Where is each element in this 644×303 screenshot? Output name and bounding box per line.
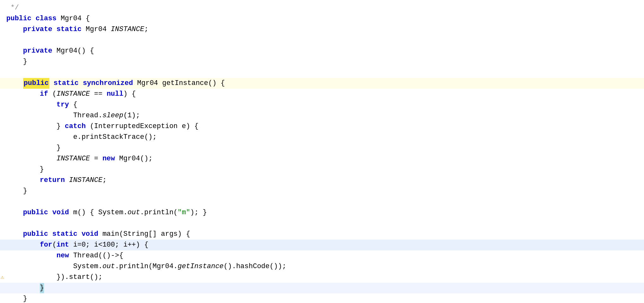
code-text: = — [90, 154, 103, 164]
string-m: "m" — [178, 208, 190, 218]
selection-brace: } — [40, 283, 44, 293]
code-line: Thread. sleep (1); — [0, 110, 644, 121]
code-text: Mgr04() { — [52, 46, 94, 56]
code-line-empty — [0, 218, 644, 229]
code-text — [48, 229, 52, 239]
keyword-catch: catch — [65, 121, 86, 132]
code-text: { — [69, 100, 77, 110]
code-text — [48, 208, 52, 218]
code-line-empty — [0, 67, 644, 78]
code-text — [77, 229, 81, 239]
keyword-void: void — [52, 208, 69, 218]
code-text: ); } — [190, 208, 207, 218]
code-text — [6, 283, 40, 293]
code-text — [52, 24, 56, 35]
code-text: ( — [52, 240, 56, 250]
code-text: } — [6, 121, 65, 132]
code-text: e.printStackTrace(); — [6, 132, 157, 142]
code-text — [6, 208, 23, 218]
code-line-current: } — [0, 283, 644, 293]
code-line: private Mgr04() { — [0, 46, 644, 56]
keyword-for: for — [40, 240, 53, 250]
keyword-static: static — [52, 229, 77, 239]
keyword-public: public — [23, 208, 48, 218]
code-text: == — [90, 89, 107, 99]
keyword-synchronized: synchronized — [83, 78, 133, 88]
keyword-static: static — [56, 24, 81, 35]
code-line: } — [0, 143, 644, 153]
code-text — [6, 175, 40, 185]
keyword-void: void — [82, 229, 98, 239]
code-text: Mgr04 { — [56, 14, 90, 24]
code-line: } — [0, 186, 644, 197]
code-text: }).start(); — [6, 272, 103, 282]
code-line: } — [0, 56, 644, 67]
code-text: (1); — [123, 111, 140, 121]
code-text: } — [6, 294, 27, 303]
code-text: Mgr04 getInstance() { — [133, 78, 225, 88]
keyword-static: static — [53, 78, 78, 88]
code-text: m() { System. — [69, 208, 128, 218]
code-line: } catch (InterruptedException e) { — [0, 121, 644, 132]
code-text: } — [6, 57, 27, 67]
code-text: } — [6, 143, 61, 153]
var-instance: INSTANCE — [111, 24, 144, 35]
code-text: .println(Mgr04. — [115, 261, 178, 272]
code-text: i=0; i<100; i++) { — [69, 240, 148, 250]
code-text — [6, 251, 56, 261]
keyword-class: class — [35, 14, 56, 24]
code-text — [6, 46, 23, 56]
keyword-public: public — [23, 229, 48, 239]
code-line-for-highlighted: for ( int i=0; i<100; i++) { — [0, 240, 644, 250]
keyword-private: private — [23, 46, 52, 56]
code-text: main(String[] args) { — [98, 229, 190, 239]
code-line: return INSTANCE ; — [0, 175, 644, 186]
keyword-private: private — [23, 24, 52, 35]
comment-text: */ — [6, 3, 19, 13]
code-line-empty — [0, 35, 644, 46]
var-out: out — [103, 261, 115, 272]
code-line: public void m() { System. out .println( … — [0, 207, 644, 218]
code-line: } — [0, 164, 644, 175]
code-line-highlighted: public static synchronized Mgr04 getInst… — [0, 78, 644, 89]
code-editor[interactable]: */ public class Mgr04 { private static M… — [0, 0, 644, 303]
code-line: INSTANCE = new Mgr04(); — [0, 153, 644, 164]
method-getinstance: getInstance — [178, 261, 223, 272]
code-text — [6, 100, 56, 110]
code-line: */ — [0, 3, 644, 13]
code-line: private static Mgr04 INSTANCE ; — [0, 24, 644, 35]
keyword-try: try — [56, 100, 69, 110]
var-instance: INSTANCE — [69, 175, 103, 185]
warning-icon: ⚠ — [1, 273, 4, 281]
code-text: } — [6, 164, 44, 175]
code-line: ⚠ }).start(); — [0, 272, 644, 283]
code-text: ; — [144, 24, 148, 35]
keyword-null: null — [107, 89, 123, 99]
code-text: .println( — [140, 208, 178, 218]
code-text — [6, 229, 23, 239]
code-text: Mgr04 — [82, 24, 111, 35]
code-text: } — [6, 186, 27, 196]
code-line: System. out .println(Mgr04. getInstance … — [0, 261, 644, 272]
code-text: ; — [103, 175, 107, 185]
keyword-public-highlighted: public — [23, 78, 49, 89]
keyword-public: public — [6, 14, 31, 24]
code-text — [6, 240, 40, 250]
code-text — [49, 78, 53, 88]
code-text — [6, 24, 23, 35]
code-text — [31, 14, 35, 24]
code-text — [78, 78, 83, 88]
keyword-if: if — [40, 89, 48, 99]
code-text: System. — [6, 261, 103, 272]
keyword-return: return — [40, 175, 65, 185]
code-text — [6, 89, 40, 99]
code-line: public class Mgr04 { — [0, 13, 644, 24]
code-text: ) { — [123, 89, 136, 99]
code-text: Thread(()->{ — [69, 251, 123, 261]
keyword-new: new — [103, 154, 115, 164]
code-text: ( — [48, 89, 56, 99]
code-text — [65, 175, 69, 185]
keyword-int: int — [56, 240, 69, 250]
code-line: new Thread(()->{ — [0, 250, 644, 261]
code-line: if ( INSTANCE == null ) { — [0, 89, 644, 100]
